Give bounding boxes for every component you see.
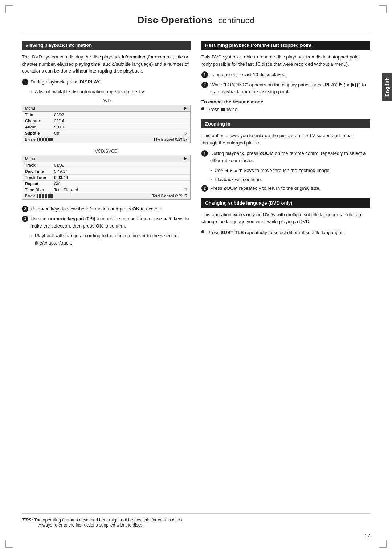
bitrate-bar xyxy=(40,138,41,141)
menu-key-chapter: Chapter xyxy=(25,119,54,123)
arrow-sym-z2: → xyxy=(208,176,213,183)
bitrate-bar xyxy=(42,138,43,141)
step-2-resuming-content: While "LOADING" appears on the display p… xyxy=(210,81,370,95)
section-zooming: Zooming in This option allows you to enl… xyxy=(201,119,370,192)
menu-key-repeat: Repeat xyxy=(25,181,54,186)
subtitle-bullet-text: Press SUBTITLE repeatedly to select diff… xyxy=(207,229,345,236)
step-num-3: 3 xyxy=(22,216,28,222)
menu-row-repeat: Repeat Off xyxy=(22,181,190,187)
step-2-zooming-content: Press ZOOM repeatedly to return to the o… xyxy=(210,185,370,192)
vcd-menu-wrapper: VCD/SVCD Menu ▶ Track 01/02 Disc Time 0: xyxy=(22,149,191,200)
menu-val-timedisp: Total Elapsed xyxy=(54,188,184,192)
step-1-viewing: 1 During playback, press DISPLAY. xyxy=(22,78,191,86)
arrow-text-1: A list of available disc information app… xyxy=(35,88,145,95)
menu-row-subtitle: Subtitle Off ▽ xyxy=(22,130,190,136)
bitrate-bars-dvd xyxy=(37,138,53,141)
menu-key-subtitle: Subtitle xyxy=(25,131,54,135)
section-header-resuming: Resuming playback from the last stopped … xyxy=(201,41,370,50)
zooming-body: This option allows you to enlarge the pi… xyxy=(201,132,370,146)
step-2-viewing: 2 Use ▲▼ keys to view the information an… xyxy=(22,205,191,213)
menu-title-dvd: Menu xyxy=(25,106,35,110)
step-2-content: Use ▲▼ keys to view the information and … xyxy=(30,205,191,213)
corner-mark-br xyxy=(379,540,387,548)
vcd-menu-box: Menu ▶ Track 01/02 Disc Time 0:49:17 T xyxy=(22,155,191,200)
page-number: 27 xyxy=(365,533,370,538)
step-3-content: Use the numeric keypad (0-9) to input th… xyxy=(30,215,191,229)
bitrate-bar xyxy=(49,194,50,198)
bitrate-bar xyxy=(45,138,46,141)
bitrate-row-vcd: Bitrate xyxy=(22,193,190,199)
menu-row-disctime: Disc Time 0:49:17 xyxy=(22,168,190,175)
page-container: English Disc Operations continued Viewin… xyxy=(0,0,392,553)
dvd-menu-box: Menu ▶ Title 02/02 Chapter 02/14 Audio xyxy=(22,105,191,143)
bitrate-elapsed-vcd: Total Elapsed 0:29:17 xyxy=(152,194,187,198)
bitrate-bar xyxy=(37,194,38,198)
pause-bar xyxy=(357,83,358,87)
menu-header-vcd: Menu ▶ xyxy=(22,155,190,162)
menu-row-timedisp: Time Disp. Total Elapsed ▽ xyxy=(22,187,190,193)
menu-val-title: 02/02 xyxy=(54,112,187,117)
corner-mark-tl xyxy=(5,5,13,13)
menu-val-audio: 5.1CH xyxy=(54,125,187,129)
left-column: Viewing playback information This DVD sy… xyxy=(22,41,191,253)
menu-row-track: Track 01/02 xyxy=(22,162,190,168)
menu-val-repeat: Off xyxy=(54,181,187,186)
cancel-resume-section: To cancel the resume mode Press twice. xyxy=(201,99,370,113)
menu-key-disctime: Disc Time xyxy=(25,169,54,173)
bitrate-bar xyxy=(43,138,44,141)
chevron-down-icon-vcd: ▽ xyxy=(184,188,187,192)
section-viewing: Viewing playback information This DVD sy… xyxy=(22,41,191,246)
arrow-sym-z1: → xyxy=(208,167,213,174)
play-icon-2 xyxy=(351,83,355,87)
menu-val-track: 01/02 xyxy=(54,163,187,167)
menu-row-audio: Audio 5.1CH xyxy=(22,124,190,130)
arrow-item-2: → Playback will change according to the … xyxy=(22,232,191,246)
stop-icon xyxy=(221,108,225,111)
cancel-resume-header: To cancel the resume mode xyxy=(201,99,370,105)
step-1-zooming-content: During playback, press ZOOM on the remot… xyxy=(210,150,370,164)
corner-mark-tr xyxy=(379,5,387,13)
menu-title-vcd: Menu xyxy=(25,156,35,161)
section-header-zooming: Zooming in xyxy=(201,119,370,128)
menu-row-title: Title 02/02 xyxy=(22,112,190,118)
menu-key-audio: Audio xyxy=(25,125,54,129)
bullet-icon-subtitle xyxy=(201,230,204,233)
bitrate-bar xyxy=(52,138,53,141)
bitrate-bar xyxy=(50,138,52,141)
tips-line2: Always refer to the instructions supplie… xyxy=(22,523,144,528)
pause-bar xyxy=(355,83,356,87)
tips-footer: TIPS: The operating features described h… xyxy=(22,513,370,528)
vcd-label: VCD/SVCD xyxy=(22,149,191,154)
language-tab: English xyxy=(382,73,392,101)
play-icon xyxy=(339,82,342,86)
tips-line1: The operating features described here mi… xyxy=(34,517,183,523)
arrow-sym-1: → xyxy=(28,88,33,95)
menu-val-tracktime: 0:03:43 xyxy=(54,175,187,180)
bitrate-bar xyxy=(46,194,47,198)
menu-val-subtitle: Off xyxy=(54,131,184,135)
right-column: Resuming playback from the last stopped … xyxy=(201,41,370,253)
arrow-zoom-1: → Use ◄►▲▼ keys to move through the zoom… xyxy=(201,167,370,174)
play-icon-vcd: ▶ xyxy=(184,156,187,160)
step-1-resuming-content: Load one of the last 10 discs played. xyxy=(210,71,370,78)
section-header-subtitle: Changing subtitle language (DVD only) xyxy=(201,198,370,208)
page-title: Disc Operations continued xyxy=(22,15,370,26)
dvd-label: DVD xyxy=(22,98,191,103)
title-divider xyxy=(22,33,370,33)
bitrate-label-vcd: Bitrate xyxy=(25,194,36,198)
step-1-resuming: 1 Load one of the last 10 discs played. xyxy=(201,71,370,78)
step-num-r2: 2 xyxy=(201,82,208,88)
menu-val-disctime: 0:49:17 xyxy=(54,169,187,173)
dvd-menu-wrapper: DVD Menu ▶ Title 02/02 Chapter 02/14 xyxy=(22,98,191,143)
arrow-item-1: → A list of available disc information a… xyxy=(22,88,191,95)
menu-val-chapter: 02/14 xyxy=(54,119,187,123)
bitrate-elapsed-dvd: Title Elapsed 0:29:17 xyxy=(153,138,187,142)
bitrate-bars-vcd xyxy=(37,194,53,198)
step-num-r1: 1 xyxy=(201,71,208,78)
bitrate-bar xyxy=(50,194,52,198)
step-num-2: 2 xyxy=(22,206,28,212)
bitrate-label-dvd: Bitrate xyxy=(25,138,36,142)
bitrate-bar xyxy=(49,138,50,141)
viewing-body: This DVD system can display the disc pla… xyxy=(22,53,191,75)
bitrate-bar xyxy=(46,138,47,141)
